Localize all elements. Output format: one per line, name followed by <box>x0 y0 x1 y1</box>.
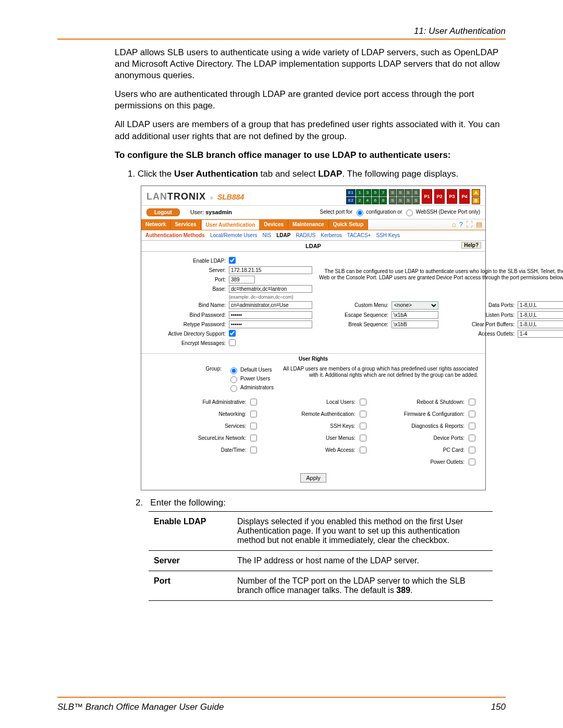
auth-subnav[interactable]: Authentication Methods Local/Remote User… <box>141 230 485 241</box>
subnav-ssh-keys[interactable]: SSH Keys <box>376 232 400 238</box>
input-clear-port[interactable] <box>518 320 563 328</box>
subnav-radius[interactable]: RADIUS <box>296 232 315 238</box>
user-rights-info: All LDAP users are members of a group wh… <box>280 366 478 392</box>
chk-full-admin[interactable] <box>250 399 257 405</box>
desc-text-port: Number of the TCP port on the LDAP serve… <box>232 571 493 600</box>
footer-rule <box>57 697 506 698</box>
input-server[interactable] <box>229 266 312 274</box>
subnav-auth-methods[interactable]: Authentication Methods <box>145 232 205 238</box>
tab-devices[interactable]: Devices <box>260 219 288 230</box>
main-tabs[interactable]: Network Services User Authentication Dev… <box>141 219 485 230</box>
chk-reboot-shutdown[interactable] <box>469 399 475 405</box>
chk-networking[interactable] <box>250 411 257 417</box>
input-bind-password[interactable] <box>229 311 312 319</box>
step-1: Click the User Authentication tab and se… <box>138 168 506 180</box>
home-icon[interactable]: ⌂ <box>452 220 456 228</box>
input-retype-password[interactable] <box>229 320 312 328</box>
port-mode-selector[interactable]: Select port for configuration or WebSSH … <box>320 208 480 217</box>
tab-maintenance[interactable]: Maintenance <box>288 219 329 230</box>
help-button[interactable]: Help? <box>461 242 481 249</box>
ldap-screenshot: LANTRONIX ® SLB884 E11357 E22468 SSSS SS… <box>141 186 486 490</box>
paragraph-3: All LDAP users are members of a group th… <box>115 119 506 142</box>
tab-quick-setup[interactable]: Quick Setup <box>329 219 368 230</box>
subnav-kerberos[interactable]: Kerberos <box>321 232 342 238</box>
list-icon[interactable]: ▤ <box>476 220 482 228</box>
desc-text-server: The IP address or host name of the LDAP … <box>232 550 493 571</box>
desc-label-enable-ldap: Enable LDAP <box>149 511 232 550</box>
desc-label-port: Port <box>149 571 232 600</box>
desc-label-server: Server <box>149 550 232 571</box>
app-logo: LANTRONIX ® SLB884 <box>146 191 244 202</box>
footer-title: SLB™ Branch Office Manager User Guide <box>57 702 224 712</box>
field-description-table: Enable LDAP Displays selected if you ena… <box>149 511 493 601</box>
checkbox-ads[interactable] <box>229 330 236 337</box>
paragraph-1: LDAP allows SLB users to authenticate us… <box>115 47 506 81</box>
chk-securelinx[interactable] <box>250 435 257 441</box>
input-break-seq[interactable] <box>391 320 438 328</box>
procedure-heading: To configure the SLB branch office manag… <box>115 150 506 161</box>
chk-power-outlets[interactable] <box>469 459 475 465</box>
chk-firmware[interactable] <box>469 411 475 417</box>
chk-pc-card[interactable] <box>469 447 475 453</box>
paragraph-2: Users who are authenticated through LDAP… <box>115 89 506 112</box>
tab-network[interactable]: Network <box>141 219 170 230</box>
help-icon[interactable]: ? <box>459 220 463 228</box>
checkbox-enable-ldap[interactable] <box>229 257 236 264</box>
checkbox-encrypt[interactable] <box>229 339 236 346</box>
footer-page: 150 <box>491 702 506 712</box>
chapter-header: 11: User Authentication <box>57 26 506 36</box>
subnav-tacacs[interactable]: TACACS+ <box>347 232 371 238</box>
header-rule <box>57 39 506 40</box>
input-listen-ports[interactable] <box>518 311 563 319</box>
chk-web-access[interactable] <box>360 447 366 453</box>
section-title: LDAP Help? <box>141 241 485 252</box>
input-port[interactable] <box>229 276 255 283</box>
chk-datetime[interactable] <box>250 447 257 453</box>
desc-text-enable-ldap: Displays selected if you enabled this me… <box>232 511 493 550</box>
input-data-ports[interactable] <box>518 301 563 309</box>
chk-services[interactable] <box>250 423 257 429</box>
apply-button[interactable]: Apply <box>300 473 326 483</box>
expand-icon[interactable]: ⛶ <box>466 220 473 228</box>
input-base[interactable] <box>229 285 312 293</box>
chk-user-menus[interactable] <box>360 435 366 441</box>
tab-services[interactable]: Services <box>170 219 201 230</box>
logout-button[interactable]: Logout <box>146 208 180 216</box>
ldap-info-text: The SLB can be configured to use LDAP to… <box>315 268 563 281</box>
subnav-ldap[interactable]: LDAP <box>276 232 290 238</box>
group-radio-set[interactable]: Default Users Power Users Administrators <box>228 366 274 392</box>
select-custom-menu[interactable]: <none> <box>391 301 438 310</box>
port-status-panel: E11357 E22468 SSSS SSSS P1 P2 P3 P4 A B <box>346 189 480 204</box>
input-bind-name[interactable] <box>229 301 312 309</box>
input-escape-seq[interactable] <box>391 311 438 319</box>
chk-remote-auth[interactable] <box>360 411 366 417</box>
subnav-local-remote-users[interactable]: Local/Remote Users <box>210 232 258 238</box>
chk-ssh-keys[interactable] <box>360 423 366 429</box>
chk-device-ports[interactable] <box>469 435 475 441</box>
step-2: 2. Enter the following: <box>136 498 506 508</box>
tab-user-authentication[interactable]: User Authentication <box>201 219 260 230</box>
label-enable-ldap: Enable LDAP: <box>148 258 226 264</box>
chk-diagnostics[interactable] <box>469 423 475 429</box>
user-rights-heading: User Rights <box>141 353 485 364</box>
input-access-outlets[interactable] <box>518 330 563 338</box>
chk-local-users[interactable] <box>360 399 366 405</box>
subnav-nis[interactable]: NIS <box>262 232 271 238</box>
